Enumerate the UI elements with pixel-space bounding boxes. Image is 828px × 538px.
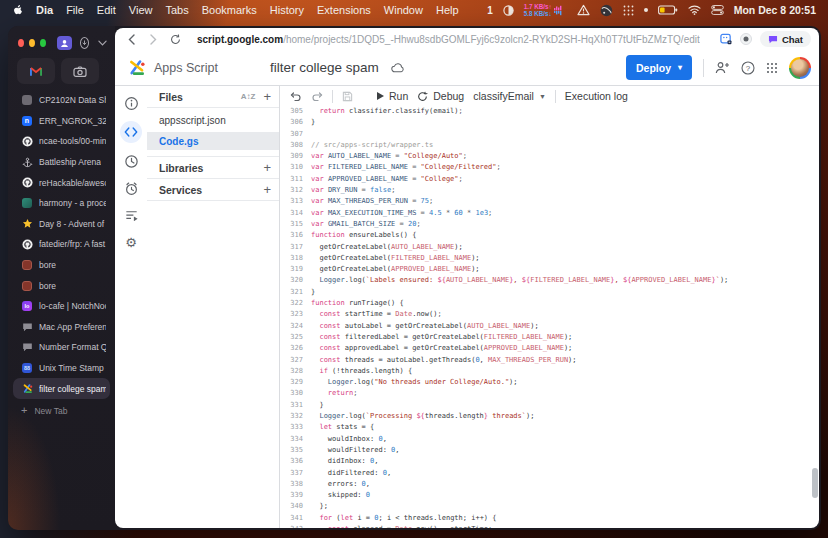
project-history-icon[interactable] — [122, 152, 140, 170]
tab-label: reHackable/awesome-r — [39, 178, 106, 188]
editor-scrollbar-thumb[interactable] — [812, 468, 818, 498]
sidebar-tab[interactable]: filter college spam - Pro — [13, 378, 110, 399]
product-name[interactable]: Apps Script — [154, 61, 218, 75]
code-line: 308// src/apps-script/wrapper.ts — [280, 140, 819, 151]
help-icon[interactable]: ? — [741, 61, 755, 75]
apps-script-logo[interactable] — [127, 58, 146, 77]
undo-button[interactable] — [290, 91, 302, 101]
line-number: 334 — [280, 434, 311, 445]
clock-icon: 88 — [21, 362, 33, 374]
run-label: Run — [389, 90, 408, 102]
menu-bar-clock[interactable]: Mon Dec 8 20:51 — [734, 4, 816, 16]
save-button[interactable] — [342, 91, 353, 102]
add-library-button[interactable]: + — [263, 160, 271, 175]
appsscript-icon — [21, 383, 33, 395]
executions-icon[interactable] — [122, 206, 140, 224]
chat-button[interactable]: Chat — [760, 31, 811, 47]
downloads-button[interactable] — [80, 37, 89, 49]
apps-grid-icon[interactable] — [766, 62, 778, 74]
code-line: 332 Logger.log(`Processing ${threads.len… — [280, 411, 819, 422]
code-line: 327 const threads = autoLabel.getThreads… — [280, 355, 819, 366]
sidebar-tab[interactable]: Day 8 - Advent of Code — [13, 214, 110, 235]
bore-icon — [21, 280, 33, 292]
network-speed-widget[interactable]: 1.7 KB/s↑ 5.8 KB/s↓ — [524, 3, 567, 17]
sidebar-tab[interactable]: harmony - a procedural — [13, 193, 110, 214]
menu-item-tabs[interactable]: Tabs — [165, 4, 188, 16]
extension-blue-icon[interactable] — [720, 33, 732, 45]
menu-item-window[interactable]: Window — [384, 4, 423, 16]
sidebar-tab[interactable]: Mac App Preferences — [13, 317, 110, 338]
sidebar-tab[interactable]: bore — [13, 255, 110, 276]
profile-button[interactable] — [57, 36, 72, 50]
triggers-alarm-icon[interactable] — [122, 179, 140, 197]
forward-button[interactable] — [145, 31, 161, 47]
line-number: 332 — [280, 411, 311, 422]
reload-button[interactable] — [167, 31, 183, 47]
sidebar-tab[interactable]: bore — [13, 275, 110, 296]
apple-icon[interactable] — [12, 4, 23, 17]
sidebar-tab[interactable]: Battleship Arena — [13, 152, 110, 173]
debug-button[interactable]: Debug — [417, 90, 464, 102]
sidebar-tab[interactable]: 88Unix Time Stamp - Epoc — [13, 358, 110, 379]
globe-icon[interactable] — [600, 4, 613, 17]
battery-icon[interactable] — [658, 5, 678, 15]
menu-item-help[interactable]: Help — [436, 4, 459, 16]
back-button[interactable] — [123, 31, 139, 47]
sidebar-chevron-button[interactable] — [98, 40, 107, 46]
line-number: 310 — [280, 162, 311, 173]
sort-az-icon[interactable]: A↕Z — [241, 92, 256, 101]
tab-label: bore — [39, 260, 56, 270]
grid-dots-icon[interactable] — [623, 5, 634, 16]
code-line: 312var DRY_RUN = false; — [280, 185, 819, 196]
file-code-gs[interactable]: Code.gs — [147, 132, 279, 150]
sidebar-tab[interactable]: reHackable/awesome-r — [13, 172, 110, 193]
redo-button[interactable] — [311, 91, 323, 101]
sidebar-tab[interactable]: CP2102N Data Sheet — [13, 90, 110, 111]
overview-info-icon[interactable] — [122, 94, 140, 112]
code-line: 331 } — [280, 400, 819, 411]
sidebar-tab[interactable]: ncae-tools/00-mini-hac — [13, 131, 110, 152]
share-person-add-icon[interactable] — [715, 61, 730, 74]
sidebar-tab[interactable]: fatedier/frp: A fast rever — [13, 234, 110, 255]
sidebar-tab[interactable]: nERR_NGROK_3200 - Th — [13, 111, 110, 132]
deploy-label: Deploy — [636, 62, 671, 74]
menu-item-history[interactable]: History — [270, 4, 304, 16]
menu-item-bookmarks[interactable]: Bookmarks — [202, 4, 257, 16]
control-center-icon[interactable] — [711, 5, 724, 15]
close-window-button[interactable] — [18, 39, 24, 47]
code-editor[interactable]: Run Debug classifyEmail ▼ Execution log — [280, 86, 819, 528]
run-button[interactable]: Run — [377, 90, 408, 102]
menu-item-edit[interactable]: Edit — [97, 4, 116, 16]
warning-icon[interactable] — [577, 4, 590, 16]
wifi-icon[interactable] — [688, 5, 701, 15]
function-selector[interactable]: classifyEmail ▼ — [473, 90, 546, 102]
minimize-window-button[interactable] — [29, 39, 35, 47]
half-circle-icon[interactable] — [503, 5, 514, 16]
menu-item-view[interactable]: View — [129, 4, 153, 16]
settings-gear-icon[interactable]: ⚙ — [122, 233, 140, 251]
execution-log-button[interactable]: Execution log — [565, 90, 628, 102]
sidebar-tab[interactable]: Number Format Query — [13, 337, 110, 358]
add-service-button[interactable]: + — [263, 182, 271, 197]
new-tab-button[interactable]: + New Tab — [8, 401, 115, 421]
menu-item-extensions[interactable]: Extensions — [317, 4, 371, 16]
project-title[interactable]: filter college spam — [270, 60, 379, 75]
line-number: 341 — [280, 513, 311, 524]
gmail-shortcut[interactable] — [17, 58, 55, 84]
deploy-button[interactable]: Deploy ▾ — [626, 55, 692, 80]
menu-item-file[interactable]: File — [66, 4, 84, 16]
file-appsscript-json[interactable]: appsscript.json — [147, 111, 279, 129]
extension-round-icon[interactable] — [740, 33, 752, 45]
menu-item-dia[interactable]: Dia — [36, 4, 53, 16]
code-line: 337 didFiltered: 0, — [280, 468, 819, 479]
capture-shortcut[interactable] — [61, 58, 99, 84]
add-file-button[interactable]: + — [263, 89, 271, 104]
libraries-label: Libraries — [159, 162, 203, 174]
tab-label: ERR_NGROK_3200 - Th — [39, 116, 106, 126]
address-bar[interactable]: script.google.com/home/projects/1DQD5_-H… — [197, 34, 700, 45]
chevron-left-icon — [128, 34, 135, 45]
zoom-window-button[interactable] — [40, 39, 46, 47]
editor-code-icon[interactable] — [120, 121, 142, 143]
sidebar-tab[interactable]: lolo-cafe | NotchNook — [13, 296, 110, 317]
avatar[interactable] — [789, 57, 811, 79]
